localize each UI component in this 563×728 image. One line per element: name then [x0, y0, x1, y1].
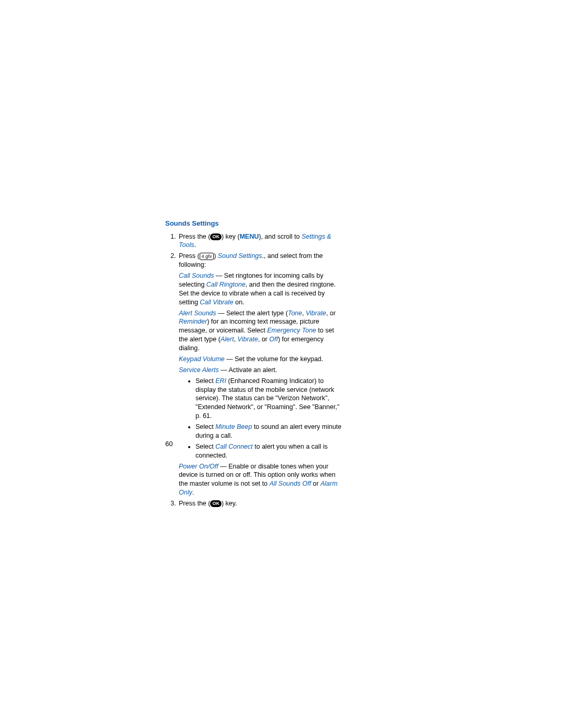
call-sounds-para: Call Sounds — Set ringtones for incoming… [179, 272, 342, 307]
keypad-volume-para: Keypad Volume — Set the volume for the k… [179, 355, 342, 364]
step-1: Press the (OK) key (MENU), and scroll to… [178, 232, 342, 250]
key-4-icon: 4 ghi [200, 253, 214, 260]
text: Select [195, 423, 215, 430]
page-number: 60 [165, 440, 173, 448]
power-on-off-para: Power On/Off — Enable or disable tones w… [179, 462, 342, 498]
text: ) key. [222, 500, 237, 507]
link-minute-beep: Minute Beep [215, 423, 252, 430]
text: . [194, 241, 195, 249]
link-vibrate2: Vibrate [238, 336, 258, 343]
link-reminder: Reminder [179, 318, 207, 325]
alert-sounds-para: Alert Sounds — Select the alert type (To… [179, 309, 342, 353]
bullet-eri: Select ERI (Enhanced Roaming Indicator) … [195, 377, 342, 421]
ok-key-icon: OK [210, 500, 222, 507]
text: on. [234, 299, 244, 306]
text: , [234, 336, 238, 343]
text: Press the ( [179, 233, 210, 240]
link-eri: ERI [215, 377, 226, 385]
text: ), and scroll to [259, 233, 301, 240]
label-call-sounds: Call Sounds [179, 272, 214, 279]
ok-key-icon: OK [210, 233, 222, 240]
bullet-minute-beep: Select Minute Beep to sound an alert eve… [195, 423, 342, 440]
text: , or [326, 310, 336, 317]
text: . [192, 489, 194, 496]
link-emergency-tone: Emergency Tone [267, 327, 316, 334]
section-heading: Sounds Settings [165, 219, 342, 228]
text: or [311, 480, 321, 487]
text: ) [214, 252, 218, 260]
page-content: Sounds Settings Press the (OK) key (MENU… [165, 219, 342, 510]
label-keypad-volume: Keypad Volume [179, 355, 225, 363]
text: , or [258, 336, 270, 343]
service-alerts-bullets: Select ERI (Enhanced Roaming Indicator) … [179, 377, 342, 460]
step-2: Press (4 ghi) Sound Settings., and selec… [178, 252, 342, 497]
link-vibrate: Vibrate [305, 310, 326, 317]
text: ) key ( [222, 233, 240, 240]
text: — Activate an alert. [219, 366, 277, 374]
link-all-sounds-off: All Sounds Off [270, 480, 311, 487]
label-alert-sounds: Alert Sounds [179, 310, 216, 317]
text: Select [195, 443, 215, 450]
link-call-connect: Call Connect [215, 443, 253, 450]
link-call-vibrate: Call Vibrate [200, 299, 233, 306]
label-power-on-off: Power On/Off [179, 463, 218, 470]
text: Select [195, 377, 215, 385]
link-call-ringtone: Call Ringtone [206, 281, 246, 288]
bullet-call-connect: Select Call Connect to alert you when a … [195, 442, 342, 460]
text: — Select the alert type ( [216, 310, 288, 317]
link-sound-settings: Sound Settings [218, 252, 262, 260]
text: Press ( [179, 252, 200, 260]
step-3: Press the (OK) key. [178, 499, 342, 508]
link-off: Off [270, 336, 278, 343]
steps-list: Press the (OK) key (MENU), and scroll to… [165, 232, 342, 508]
label-service-alerts: Service Alerts [179, 366, 219, 374]
link-alert: Alert [221, 336, 234, 343]
link-tone: Tone [288, 310, 302, 317]
service-alerts-para: Service Alerts — Activate an alert. [179, 366, 342, 375]
text: Press the ( [179, 500, 210, 507]
text: — Set the volume for the keypad. [225, 355, 323, 363]
menu-label: MENU [240, 233, 259, 240]
